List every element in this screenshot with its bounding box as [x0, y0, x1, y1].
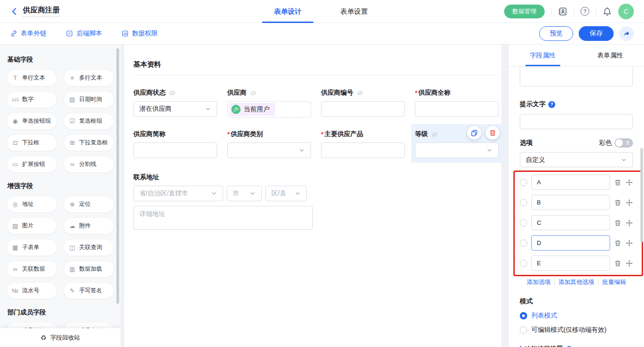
batch-edit-link[interactable]: 批量编辑 — [602, 278, 626, 286]
option-type-select[interactable]: 自定义 — [520, 152, 633, 167]
move-option-icon[interactable] — [626, 239, 633, 247]
mode-list[interactable]: 列表模式 — [520, 312, 633, 320]
add-option-link[interactable]: 添加选项 — [527, 278, 551, 286]
field-supplier-status[interactable]: 供应商状态 潜在供应商 — [133, 89, 217, 118]
option-input-c[interactable] — [531, 215, 610, 230]
avatar[interactable]: C — [618, 4, 634, 19]
option-radio[interactable] — [520, 219, 527, 227]
supplier-status-select[interactable]: 潜在供应商 — [133, 101, 217, 117]
add-other-option-link[interactable]: 添加其他选项 — [558, 278, 594, 286]
sidebar-item-multi-dropdown[interactable]: ⊞下拉复选框 — [63, 134, 114, 151]
sidebar-scrollbar[interactable] — [116, 48, 119, 304]
main-products-input[interactable] — [321, 142, 405, 158]
detail-address-textarea[interactable] — [133, 206, 313, 230]
tab-field-properties[interactable]: 字段属性 — [509, 45, 576, 66]
data-manage-button[interactable]: 数据管理 — [504, 5, 545, 18]
section-title-basic: 基础字段 — [7, 56, 114, 64]
help-icon[interactable]: ? — [581, 7, 589, 16]
sidebar-item-data-load[interactable]: ▥数据加载 — [63, 261, 114, 278]
city-select[interactable]: 市 — [227, 186, 262, 201]
supplier-shortname-input[interactable] — [133, 142, 217, 158]
data-permission-link[interactable]: 数据权限 — [121, 29, 158, 38]
option-input-b[interactable] — [531, 195, 610, 210]
sidebar-item-signature[interactable]: ✎手写签名 — [63, 282, 114, 299]
sidebar-item-dropdown[interactable]: ⊡下拉框 — [6, 134, 57, 151]
field-supplier-code[interactable]: 供应商编号 — [321, 89, 405, 118]
option-radio[interactable] — [520, 239, 527, 247]
field-supplier[interactable]: 供应商 户 当前用户 — [227, 89, 311, 118]
bell-icon[interactable] — [603, 7, 612, 16]
sidebar-item-single-line-text[interactable]: T单行文本 — [6, 69, 57, 86]
field-supplier-category[interactable]: *供应商类别 — [227, 131, 311, 158]
tab-form-properties[interactable]: 表单属性 — [576, 45, 644, 66]
delete-option-icon[interactable] — [614, 260, 621, 267]
save-button[interactable]: 保存 — [579, 26, 614, 41]
sidebar-item-image[interactable]: ▨图片 — [6, 217, 57, 234]
sidebar-item-subform[interactable]: ▦子表单 — [6, 239, 57, 256]
field-supplier-fullname[interactable]: *供应商全称 — [415, 89, 499, 118]
contact-book-icon[interactable] — [558, 7, 567, 16]
sidebar-item-related-data[interactable]: ∞关联数据 — [6, 261, 57, 278]
section-title-member: 部门成员字段 — [7, 308, 114, 317]
supplier-default-box[interactable]: 户 当前用户 — [227, 101, 311, 118]
mode-section: 模式 列表模式 可编辑模式(仅移动端有效) — [520, 297, 633, 334]
delete-option-icon[interactable] — [614, 179, 621, 186]
field-recycle-bin[interactable]: ♻ 字段回收站 — [0, 328, 121, 347]
field-title-input-clipped[interactable] — [520, 67, 633, 86]
option-radio[interactable] — [520, 260, 527, 267]
chevron-down-icon — [486, 147, 493, 154]
field-main-products[interactable]: *主要供应产品 — [321, 131, 405, 158]
share-button[interactable] — [619, 26, 634, 41]
sidebar-item-attachment[interactable]: ☁附件 — [63, 217, 114, 234]
supplier-fullname-input[interactable] — [415, 101, 499, 117]
color-toggle[interactable]: 关 — [615, 138, 633, 148]
option-input-e[interactable] — [531, 256, 610, 271]
option-input-a[interactable] — [531, 175, 610, 190]
sidebar-item-radio-group[interactable]: ◉单选按钮组 — [6, 113, 57, 130]
sidebar-item-location[interactable]: ⊕定位 — [63, 196, 114, 213]
sidebar-item-number[interactable]: 123数字 — [6, 91, 57, 108]
supplier-code-input[interactable] — [321, 101, 405, 117]
checkbox-group-icon: ☑ — [69, 118, 76, 125]
district-select[interactable]: 区/县 — [265, 186, 307, 201]
option-input-d[interactable] — [531, 235, 610, 250]
preview-button[interactable]: 预览 — [539, 26, 573, 41]
move-option-icon[interactable] — [626, 219, 633, 227]
form-external-link[interactable]: 表单外链 — [10, 29, 46, 38]
mode-editable[interactable]: 可编辑模式(仅移动端有效) — [520, 326, 633, 334]
move-option-icon[interactable] — [626, 179, 633, 186]
tab-form-settings[interactable]: 表单设置 — [334, 0, 374, 23]
province-select[interactable]: 省/自治区/直辖市 — [133, 186, 223, 201]
option-radio[interactable] — [520, 199, 527, 206]
sidebar-item-divider-line[interactable]: ═分割线 — [63, 156, 114, 173]
field-level-selected[interactable]: 等级 — [411, 124, 504, 163]
sidebar-item-related-query[interactable]: ◫关联查询 — [63, 239, 114, 256]
sidebar-item-multi-line-text[interactable]: ≡多行文本 — [63, 69, 114, 86]
tab-form-design[interactable]: 表单设计 — [268, 0, 308, 23]
delete-option-icon[interactable] — [614, 239, 621, 247]
move-option-icon[interactable] — [626, 199, 633, 206]
delete-option-icon[interactable] — [614, 199, 621, 206]
hint-text-input[interactable] — [520, 114, 633, 129]
question-icon[interactable]: ? — [548, 101, 555, 108]
panel-scrollbar[interactable] — [640, 148, 643, 242]
dropdown-icon: ⊡ — [12, 139, 19, 146]
option-row-e — [520, 256, 633, 271]
move-option-icon[interactable] — [626, 260, 633, 267]
delete-field-button[interactable] — [486, 126, 500, 140]
sidebar-item-checkbox-group[interactable]: ☑复选框组 — [63, 113, 114, 130]
field-supplier-shortname[interactable]: 供应商简称 — [133, 131, 217, 158]
sidebar-item-expand-button[interactable]: ▭扩展按钮 — [6, 156, 57, 173]
level-select[interactable] — [415, 142, 499, 158]
sidebar-item-address[interactable]: ◎地址 — [6, 196, 57, 213]
option-radio[interactable] — [520, 179, 527, 186]
back-icon[interactable] — [10, 7, 18, 16]
backend-script-link[interactable]: 后端脚本 — [66, 29, 102, 38]
sidebar-item-datetime[interactable]: ▤日期时间 — [63, 91, 114, 108]
copy-field-button[interactable] — [467, 126, 481, 140]
supplier-category-select[interactable] — [227, 142, 311, 158]
delete-option-icon[interactable] — [614, 219, 621, 227]
sidebar-item-serial-number[interactable]: №流水号 — [6, 282, 57, 299]
field-contact-address[interactable]: 联系地址 省/自治区/直辖市 市 区/县 — [133, 174, 499, 232]
option-row-c — [520, 215, 633, 230]
